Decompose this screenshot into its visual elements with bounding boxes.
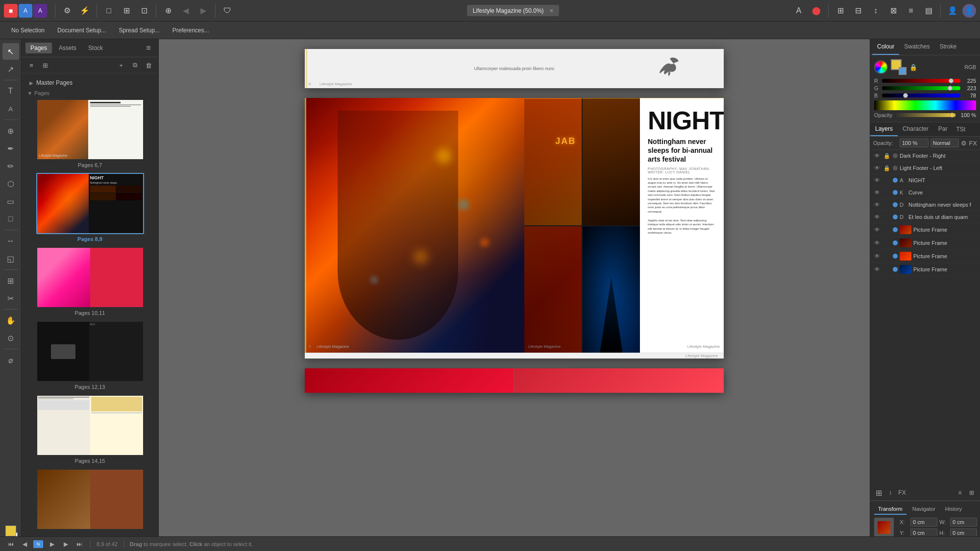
layer-night-text[interactable]: 👁 A NIGHT [870, 174, 980, 187]
tab-layers[interactable]: Layers [870, 122, 898, 136]
layer-lock-2[interactable]: 🔒 [883, 164, 891, 172]
doc-title-btn[interactable]: Lifestyle Magazine (50.0%) × [467, 5, 559, 16]
settings-btn[interactable]: ⚙ [59, 3, 75, 19]
hand-tool-btn[interactable]: ✋ [2, 312, 19, 329]
spread-setup-btn[interactable]: Spread Setup... [113, 25, 165, 36]
layer-lock-9[interactable] [883, 252, 891, 260]
list-view-btn[interactable]: ≡ [955, 487, 965, 498]
page-9-right[interactable]: JAB [524, 98, 724, 353]
foreground-swatch[interactable] [5, 526, 16, 536]
spread-67-item[interactable]: Lifestyle Magazine Pages 6,7 [25, 99, 154, 168]
grid-btn[interactable]: ⊡ [136, 3, 152, 19]
r-slider-thumb[interactable] [949, 78, 954, 83]
nav-fwd[interactable]: ▶ [196, 3, 211, 19]
layer-picture-frame-3[interactable]: 👁 Picture Frame [870, 250, 980, 263]
new-btn[interactable]: □ [101, 3, 117, 19]
layer-eye-3[interactable]: 👁 [873, 176, 881, 184]
blend-mode-select[interactable]: Normal [931, 139, 959, 147]
spread-1011-item[interactable]: Pages 10,11 [25, 247, 154, 316]
layer-picture-frame-4[interactable]: 👁 Picture Frame [870, 263, 980, 276]
layer-eye-10[interactable]: 👁 [873, 265, 881, 273]
corner-tool-btn[interactable]: ◱ [2, 250, 19, 267]
spread-89-item[interactable]: NIGHT Nottingham never sleeps Pages 8,9 [25, 173, 154, 242]
tab-history[interactable]: History [941, 504, 966, 515]
tf-w-input[interactable] [950, 518, 977, 527]
layer-lock-7[interactable] [883, 226, 891, 234]
layer-lock-4[interactable] [883, 189, 891, 196]
doc-close-x[interactable]: × [550, 7, 554, 14]
layer-picture-frame-2[interactable]: 👁 Picture Frame [870, 237, 980, 250]
share-btn[interactable]: ⚡ [77, 3, 93, 19]
spread-1213-thumb[interactable]: NAS [36, 321, 144, 382]
layers-fx-btn[interactable]: FX [969, 140, 977, 147]
layer-lock-1[interactable]: 🔒 [883, 152, 891, 160]
pencil-tool-btn[interactable]: ✏ [2, 158, 19, 174]
color-swatch-bg[interactable] [899, 67, 906, 75]
selection-tool-btn[interactable]: ↖ [2, 43, 19, 60]
spread-later-item[interactable] [25, 469, 154, 530]
brush-red-icon[interactable]: ⬤ [808, 3, 824, 19]
shape-tool-btn[interactable]: □ [2, 211, 19, 227]
add-layer-btn[interactable]: ⊞ [873, 487, 884, 498]
spectrum-bar[interactable] [874, 100, 976, 110]
arrange-layers-btn[interactable]: ↕ [885, 487, 896, 498]
opacity-slider[interactable] [895, 113, 956, 117]
photo-cell-br[interactable] [583, 226, 640, 353]
tf-x-input[interactable] [910, 518, 937, 527]
last-page-btn[interactable]: ⏭ [74, 539, 84, 549]
layers-opacity-value[interactable]: 100 % [900, 139, 929, 147]
g-slider-track[interactable] [882, 86, 960, 90]
frame-tool-btn[interactable]: ▭ [2, 193, 19, 210]
mode-normal-btn[interactable]: N [33, 540, 43, 548]
b-slider-track[interactable] [882, 94, 960, 97]
text-style-icon[interactable]: A [791, 3, 807, 19]
fill-tool-btn[interactable]: ⬡ [2, 175, 19, 192]
tab-swatches[interactable]: Swatches [899, 39, 934, 55]
spread-89-thumb[interactable]: NIGHT Nottingham never sleeps [36, 173, 144, 234]
next-page-btn[interactable]: ▶ [61, 539, 71, 549]
prev-page-btn[interactable]: ◀ [20, 539, 29, 549]
layer-picture-frame-1[interactable]: 👁 Picture Frame [870, 223, 980, 237]
preferences-btn[interactable]: Preferences... [167, 25, 215, 36]
spread-1415-thumb[interactable] [36, 395, 144, 456]
first-page-btn[interactable]: ⏮ [6, 539, 16, 549]
layer-lock-3[interactable] [883, 176, 891, 184]
no-selection-btn[interactable]: No Selection [6, 25, 50, 36]
tab-par[interactable]: Par [933, 122, 953, 136]
eyedropper-btn[interactable]: ⌀ [2, 352, 19, 368]
photo-cell-bl[interactable] [524, 226, 582, 353]
tab-stock[interactable]: Stock [83, 43, 108, 53]
delete-page-btn[interactable]: 🗑 [143, 59, 154, 71]
play-btn[interactable]: ▶ [47, 539, 57, 549]
view-btn1[interactable]: ⊞ [833, 3, 848, 19]
layer-nottingham-text[interactable]: 👁 D Nottingham never sleeps f [870, 199, 980, 211]
opacity-thumb[interactable] [950, 113, 955, 118]
layers-settings-btn[interactable]: ⚙ [961, 140, 967, 147]
lock-icon[interactable]: 🔒 [909, 64, 917, 71]
layer-eye-7[interactable]: 👁 [873, 226, 881, 234]
layer-lock-5[interactable] [883, 201, 891, 209]
layer-curve[interactable]: 👁 K Curve [870, 187, 980, 199]
add-page-btn[interactable]: + [115, 59, 127, 71]
pages-section-arrow[interactable]: ▼ [27, 91, 32, 96]
canvas-area[interactable]: Ullamcorper malesuada proin libero nunc … [159, 39, 870, 551]
tab-pages[interactable]: Pages [25, 43, 52, 53]
zoom2-btn[interactable]: ⊙ [2, 330, 19, 346]
layer-light-footer-left[interactable]: 👁 🔒 Light Footer - Left [870, 162, 980, 174]
account-btn[interactable]: 👤 [962, 4, 976, 18]
affinity-photo-icon[interactable]: A [33, 4, 47, 18]
arrange-btn[interactable]: ⊞ [119, 3, 134, 19]
spread-67-thumb[interactable]: Lifestyle Magazine [36, 99, 144, 160]
layer-eye-5[interactable]: 👁 [873, 201, 881, 209]
duplicate-page-btn[interactable]: ⧉ [129, 59, 141, 71]
r-slider-track[interactable] [882, 79, 960, 83]
b-slider-thumb[interactable] [903, 93, 908, 98]
tab-tst[interactable]: TSt [952, 122, 969, 136]
add-spread-list-btn[interactable]: ≡ [25, 59, 37, 71]
document-setup-btn[interactable]: Document Setup... [52, 25, 111, 36]
layer-lock-10[interactable] [883, 265, 891, 273]
text-tool-btn[interactable]: T [2, 83, 19, 99]
master-pages-entry[interactable]: ▶ Master Pages [25, 77, 154, 88]
tab-navigator[interactable]: Navigator [908, 504, 939, 515]
layer-lock-8[interactable] [883, 239, 891, 247]
